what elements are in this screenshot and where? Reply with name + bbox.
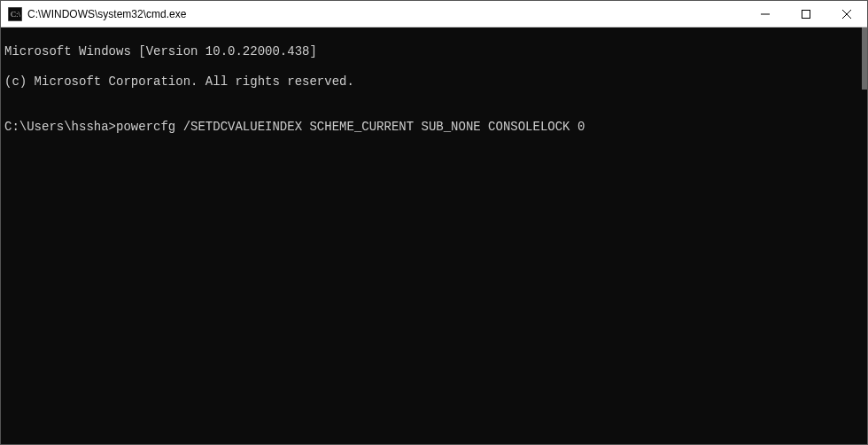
minimize-button[interactable] (745, 1, 786, 27)
version-line: Microsoft Windows [Version 10.0.22000.43… (4, 44, 858, 59)
terminal-output[interactable]: Microsoft Windows [Version 10.0.22000.43… (1, 27, 862, 444)
maximize-button[interactable] (786, 1, 826, 27)
window-controls (745, 1, 867, 27)
scrollbar-thumb[interactable] (862, 27, 867, 90)
titlebar[interactable]: C:\ C:\WINDOWS\system32\cmd.exe (1, 1, 867, 27)
svg-rect-3 (802, 10, 810, 18)
window-title: C:\WINDOWS\system32\cmd.exe (27, 8, 745, 20)
cmd-icon: C:\ (8, 7, 22, 21)
vertical-scrollbar[interactable] (862, 27, 867, 444)
terminal-area: Microsoft Windows [Version 10.0.22000.43… (1, 27, 867, 444)
command-input[interactable]: powercfg /SETDCVALUEINDEX SCHEME_CURRENT… (116, 120, 585, 134)
copyright-line: (c) Microsoft Corporation. All rights re… (4, 74, 858, 90)
close-button[interactable] (826, 1, 867, 27)
cmd-window: C:\ C:\WINDOWS\system32\cmd.exe Microsof… (0, 0, 868, 445)
prompt-line: C:\Users\hssha>powercfg /SETDCVALUEINDEX… (4, 120, 858, 135)
prompt: C:\Users\hssha> (4, 120, 116, 134)
svg-text:C:\: C:\ (11, 10, 21, 19)
